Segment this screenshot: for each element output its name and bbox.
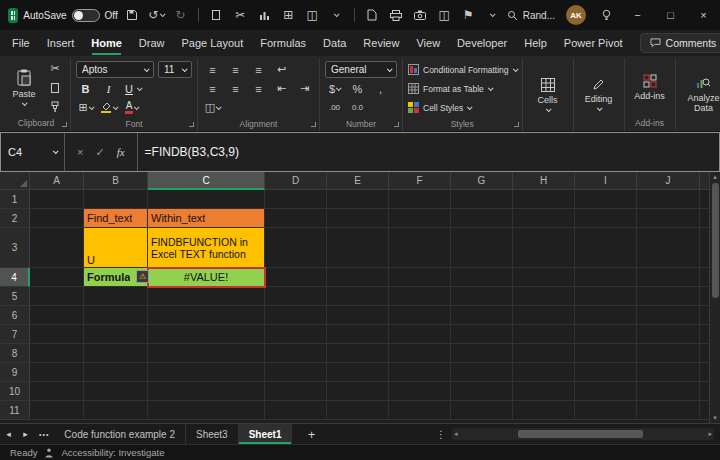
cell-B4[interactable]: Formula⚠ (84, 268, 148, 287)
qat-more-button[interactable] (327, 4, 346, 26)
cell-I11[interactable] (575, 401, 637, 420)
sheet-nav-left-icon[interactable]: ◂ (0, 429, 17, 439)
add-sheet-button[interactable]: + (300, 427, 322, 442)
cell-H3[interactable] (513, 228, 575, 268)
search-box[interactable]: Rand... (507, 10, 555, 21)
cell-J1[interactable] (637, 190, 700, 209)
vertical-scrollbar[interactable]: ▴ ▾ (709, 172, 720, 423)
tab-help[interactable]: Help (524, 30, 547, 56)
row-header-9[interactable]: 9 (0, 363, 30, 382)
tab-home[interactable]: Home (91, 30, 122, 56)
cell-A8[interactable] (30, 344, 84, 363)
italic-button[interactable]: I (99, 80, 118, 97)
row-header-2[interactable]: 2 (0, 209, 30, 228)
cell-H5[interactable] (513, 287, 575, 306)
cell-F9[interactable] (389, 363, 451, 382)
cell-A2[interactable] (30, 209, 84, 228)
cell-E6[interactable] (327, 306, 389, 325)
alignment-dialog-launcher[interactable] (311, 122, 316, 127)
cell-D5[interactable] (265, 287, 327, 306)
row-header-10[interactable]: 10 (0, 382, 30, 401)
select-all-corner[interactable] (0, 172, 30, 190)
cell-D6[interactable] (265, 306, 327, 325)
cell-A6[interactable] (30, 306, 84, 325)
cell-D8[interactable] (265, 344, 327, 363)
cell-J10[interactable] (637, 382, 700, 401)
flag-button[interactable]: ⚑ (459, 4, 478, 26)
currency-format-button[interactable]: $ (325, 80, 344, 97)
cell-J9[interactable] (637, 363, 700, 382)
cell-C4[interactable]: #VALUE! (148, 268, 265, 287)
cell-I2[interactable] (575, 209, 637, 228)
maximize-button[interactable]: □ (654, 0, 687, 30)
underline-button[interactable]: U (122, 80, 141, 97)
merge-center-button[interactable]: ◫ (203, 99, 222, 116)
cell-G11[interactable] (451, 401, 513, 420)
column-header-C[interactable]: C (148, 172, 265, 190)
sheet-tab-sheet3[interactable]: Sheet3 (186, 424, 239, 444)
cell-F4[interactable] (389, 268, 451, 287)
cell-H2[interactable] (513, 209, 575, 228)
cell-B1[interactable] (84, 190, 148, 209)
cell-A4[interactable] (30, 268, 84, 287)
new-file-button[interactable] (363, 4, 382, 26)
cell-C1[interactable] (148, 190, 265, 209)
cell-J2[interactable] (637, 209, 700, 228)
align-left-button[interactable]: ≡ (203, 80, 222, 97)
cell-B6[interactable] (84, 306, 148, 325)
cell-F1[interactable] (389, 190, 451, 209)
cell-B10[interactable] (84, 382, 148, 401)
tab-file[interactable]: File (12, 30, 30, 56)
error-options-button[interactable]: ⚠ (136, 270, 149, 283)
cell-A1[interactable] (30, 190, 84, 209)
cell-H1[interactable] (513, 190, 575, 209)
cell-C3[interactable]: FINDBFUNCTION in Excel TEXT function (148, 228, 265, 268)
cells-button[interactable]: Cells (528, 59, 568, 130)
sheet-list-icon[interactable]: ••• (39, 431, 49, 438)
analyze-data-button[interactable]: Analyze Data (681, 59, 720, 130)
font-size-select[interactable]: 11 (158, 61, 192, 78)
column-header-A[interactable]: A (30, 172, 84, 190)
cell-E1[interactable] (327, 190, 389, 209)
cell-D1[interactable] (265, 190, 327, 209)
cell-J3[interactable] (637, 228, 700, 268)
cell-F7[interactable] (389, 325, 451, 344)
format-as-table-button[interactable]: Format as Table (408, 79, 517, 98)
cell-C6[interactable] (148, 306, 265, 325)
cell-E7[interactable] (327, 325, 389, 344)
cut-button[interactable]: ✂ (46, 60, 65, 77)
sheet-tab-code-function-example-2[interactable]: Code function example 2 (54, 424, 186, 444)
cell-I8[interactable] (575, 344, 637, 363)
column-header-J[interactable]: J (637, 172, 700, 190)
align-top-button[interactable]: ≡ (203, 61, 222, 78)
chart-button[interactable] (255, 4, 274, 26)
cell-D3[interactable] (265, 228, 327, 268)
align-center-button[interactable]: ≡ (226, 80, 245, 97)
horizontal-scrollbar[interactable]: ◂ ▸ (452, 428, 714, 440)
cell-J11[interactable] (637, 401, 700, 420)
row-header-11[interactable]: 11 (0, 401, 30, 420)
redo-button[interactable]: ↻ (171, 4, 190, 26)
column-header-F[interactable]: F (389, 172, 451, 190)
cell-J5[interactable] (637, 287, 700, 306)
switch-windows-button[interactable]: ◫ (435, 4, 454, 26)
cell-F10[interactable] (389, 382, 451, 401)
insert-function-button[interactable]: fx (117, 146, 125, 158)
cell-D7[interactable] (265, 325, 327, 344)
cell-E8[interactable] (327, 344, 389, 363)
cell-F5[interactable] (389, 287, 451, 306)
cell-E11[interactable] (327, 401, 389, 420)
font-dialog-launcher[interactable] (189, 122, 194, 127)
cell-I6[interactable] (575, 306, 637, 325)
camera-button[interactable] (411, 4, 430, 26)
print-button[interactable] (387, 4, 406, 26)
cell-J7[interactable] (637, 325, 700, 344)
accessibility-status[interactable]: Accessibility: Investigate (61, 447, 164, 458)
number-dialog-launcher[interactable] (394, 122, 399, 127)
cell-B5[interactable] (84, 287, 148, 306)
cell-A9[interactable] (30, 363, 84, 382)
cell-B7[interactable] (84, 325, 148, 344)
scroll-up-icon[interactable]: ▴ (713, 173, 717, 181)
cell-D10[interactable] (265, 382, 327, 401)
cell-E10[interactable] (327, 382, 389, 401)
